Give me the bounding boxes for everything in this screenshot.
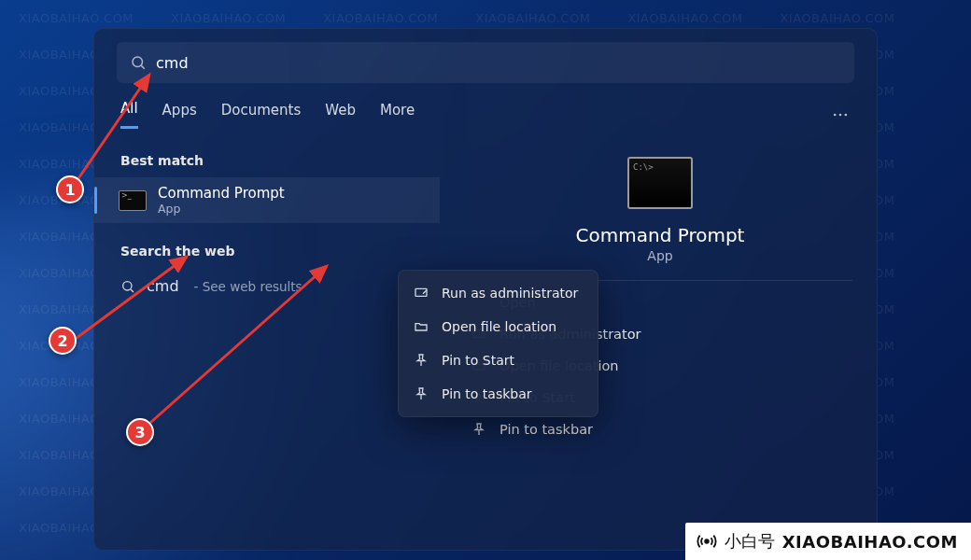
svg-point-3 (795, 115, 801, 120)
svg-line-1 (141, 65, 144, 68)
svg-point-4 (834, 113, 837, 116)
preview-subtitle: App (647, 248, 672, 263)
result-command-prompt[interactable]: Command Prompt App (94, 177, 440, 223)
search-web-label: Search the web (94, 236, 440, 268)
result-subtitle: App (158, 202, 285, 216)
web-result-cmd[interactable]: cmd - See web results (94, 268, 440, 304)
annotation-step-3: 3 (126, 418, 154, 446)
results-left-pane: Best match Command Prompt App Search the… (94, 136, 440, 532)
annotation-step-2: 2 (49, 327, 77, 355)
filter-tabs: All Apps Documents Web More (120, 100, 851, 129)
tab-apps[interactable]: Apps (162, 102, 197, 128)
account-link-icon[interactable] (785, 105, 806, 125)
tab-documents[interactable]: Documents (221, 102, 302, 128)
search-icon (120, 279, 135, 294)
ctx-pin-start-label: Pin to Start (442, 353, 514, 368)
ctx-pin-start[interactable]: Pin to Start (399, 343, 598, 377)
svg-point-17 (705, 539, 709, 543)
ctx-open-location-label: Open file location (442, 319, 556, 334)
action-pin-taskbar-label: Pin to taskbar (500, 422, 593, 437)
pin-icon (414, 353, 429, 368)
tab-more-label: More (380, 102, 415, 119)
web-result-query: cmd (147, 277, 179, 295)
svg-point-0 (133, 57, 143, 67)
shield-admin-icon (414, 286, 429, 301)
brand-domain: XIAOBAIHAO.COM (782, 532, 958, 552)
best-match-label: Best match (94, 146, 440, 177)
search-bar[interactable] (117, 42, 854, 83)
preview-app-icon (627, 157, 693, 209)
svg-point-5 (839, 113, 842, 116)
broadcast-icon (697, 531, 717, 552)
command-prompt-icon (119, 190, 147, 211)
folder-icon (414, 319, 429, 334)
svg-point-7 (123, 281, 132, 289)
pin-icon (414, 386, 429, 401)
ctx-run-admin-label: Run as administrator (442, 286, 578, 301)
chevron-down-icon (418, 105, 429, 116)
result-title: Command Prompt (158, 185, 285, 202)
svg-line-8 (131, 289, 134, 292)
brand-name: 小白号 (725, 530, 775, 553)
ctx-run-admin[interactable]: Run as administrator (399, 276, 598, 310)
tab-all[interactable]: All (120, 100, 138, 129)
web-result-suffix: - See web results (194, 279, 303, 294)
search-input[interactable] (147, 54, 841, 72)
context-menu: Run as administrator Open file location … (398, 270, 598, 417)
ctx-pin-taskbar[interactable]: Pin to taskbar (399, 377, 598, 411)
action-pin-taskbar[interactable]: Pin to taskbar (468, 413, 852, 445)
ctx-pin-taskbar-label: Pin to taskbar (442, 386, 532, 401)
pin-icon (471, 422, 486, 437)
svg-point-2 (790, 108, 795, 114)
preview-title: Command Prompt (576, 224, 745, 246)
svg-point-6 (845, 113, 848, 116)
more-options-icon[interactable] (830, 105, 851, 125)
search-icon (130, 54, 147, 71)
tab-more[interactable]: More (380, 102, 429, 128)
annotation-step-1: 1 (56, 175, 84, 203)
source-watermark: 小白号 XIAOBAIHAO.COM (685, 523, 971, 560)
start-search-panel: All Apps Documents Web More Best match C… (93, 28, 878, 551)
tab-web[interactable]: Web (325, 102, 356, 128)
ctx-open-location[interactable]: Open file location (399, 310, 598, 343)
